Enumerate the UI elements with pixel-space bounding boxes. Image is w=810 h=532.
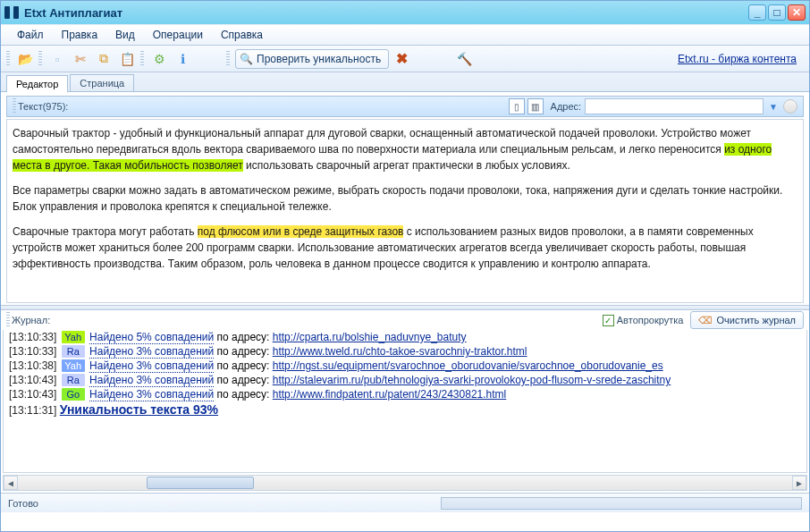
close-button[interactable]: ✕: [788, 4, 806, 21]
address-input[interactable]: [585, 98, 764, 114]
timestamp: [13:10:38]: [9, 359, 56, 372]
tabs: Редактор Страница: [1, 72, 809, 92]
url-link[interactable]: http://www.tweld.ru/chto-takoe-svarochni…: [273, 345, 527, 358]
scroll-left-button[interactable]: ◄: [4, 476, 18, 490]
progress-bar: [441, 497, 802, 510]
info-button[interactable]: ℹ: [173, 49, 192, 69]
match-link[interactable]: Найдено 3% совпадений: [89, 345, 214, 359]
engine-badge: Ra: [62, 374, 85, 386]
text-editor[interactable]: Сварочный трактор - удобный и функционал…: [6, 119, 804, 303]
log-row: [13:10:38] Yah Найдено 3% совпадений по …: [4, 359, 806, 373]
match-link[interactable]: Найдено 5% совпадений: [89, 331, 214, 344]
log-row-final: [13:11:31] Уникальность текста 93%: [4, 401, 806, 418]
etxt-link[interactable]: Etxt.ru - биржа контента: [678, 53, 804, 65]
magnifier-icon: 🔍: [240, 53, 253, 65]
timestamp: [13:10:33]: [9, 345, 56, 358]
grip-icon: [13, 98, 16, 114]
menu-ops[interactable]: Операции: [144, 26, 212, 44]
status-text: Готово: [8, 498, 38, 509]
log-text: по адресу:: [214, 388, 273, 401]
highlight-match: под флюсом или в среде защитных газов: [198, 225, 404, 238]
status-bar: Готово: [1, 493, 809, 512]
timestamp: [13:10:43]: [9, 374, 56, 386]
log-label: Журнал:: [12, 315, 50, 325]
log-row: [13:10:43] Ra Найдено 3% совпадений по а…: [4, 373, 806, 387]
timestamp: [13:10:33]: [9, 331, 56, 343]
layout-button-1[interactable]: ▯: [509, 98, 525, 114]
log-text: по адресу:: [214, 359, 273, 372]
grip-icon: [38, 51, 42, 67]
text-body: использовать сварочный агрегат практичес…: [243, 159, 570, 172]
timestamp: [13:11:31]: [9, 404, 56, 417]
new-doc-button[interactable]: ▫: [47, 49, 67, 69]
match-link[interactable]: Найдено 3% совпадений: [89, 359, 214, 373]
log-text: по адресу:: [214, 345, 273, 358]
grip-icon: [140, 51, 144, 67]
text-body: Все параметры сварки можно задать в авто…: [13, 184, 782, 213]
engine-badge: Ra: [62, 345, 85, 358]
text-header: Текст(975): ▯ ▥ Адрес: ▼: [6, 96, 804, 117]
uniqueness-result[interactable]: Уникальность текста 93%: [60, 402, 218, 417]
menubar: Файл Правка Вид Операции Справка: [1, 24, 809, 46]
check-uniqueness-button[interactable]: 🔍 Проверить уникальность: [235, 49, 389, 69]
match-link[interactable]: Найдено 3% совпадений: [89, 374, 214, 387]
maximize-button[interactable]: □: [768, 4, 786, 21]
engine-badge: Yah: [62, 331, 85, 343]
clear-log-label: Очистить журнал: [716, 315, 796, 325]
titlebar[interactable]: Etxt Антиплагиат _ □ ✕: [1, 1, 809, 24]
text-body: Сварочные трактора могут работать: [13, 225, 198, 238]
scroll-thumb[interactable]: [147, 477, 254, 489]
address-label: Адрес:: [551, 101, 582, 112]
log-text: по адресу:: [214, 374, 273, 386]
engine-badge: Go: [62, 388, 85, 401]
match-link[interactable]: Найдено 3% совпадений: [89, 388, 214, 401]
url-link[interactable]: http://cparta.ru/bolshie_naduvnye_batuty: [273, 331, 467, 343]
app-icon: [4, 6, 19, 19]
autoscroll-label: Автопрокрутка: [617, 315, 684, 325]
menu-view[interactable]: Вид: [106, 26, 144, 44]
menu-file[interactable]: Файл: [8, 26, 53, 44]
check-uniqueness-label: Проверить уникальность: [257, 53, 381, 65]
menu-edit[interactable]: Правка: [53, 26, 107, 44]
text-body: Сварочный трактор - удобный и функционал…: [13, 127, 751, 156]
go-button[interactable]: [783, 99, 797, 114]
url-link[interactable]: http://www.findpatent.ru/patent/243/2430…: [273, 388, 507, 401]
open-folder-button[interactable]: 📂: [15, 49, 35, 69]
clear-log-button[interactable]: ⌫ Очистить журнал: [690, 311, 804, 329]
grip-icon: [226, 51, 230, 67]
grip-icon: [6, 312, 10, 328]
layout-button-2[interactable]: ▥: [527, 98, 544, 114]
tab-page[interactable]: Страница: [70, 74, 134, 91]
log-panel[interactable]: [13:10:33] Yah Найдено 5% совпадений по …: [3, 330, 807, 473]
horizontal-scrollbar[interactable]: ◄ ►: [3, 475, 807, 491]
text-count-label: Текст(975):: [18, 101, 68, 112]
scroll-right-button[interactable]: ►: [792, 476, 806, 490]
hammer-button[interactable]: 🔨: [454, 49, 474, 69]
settings-button[interactable]: ⚙: [149, 49, 169, 69]
log-row: [13:10:43] Go Найдено 3% совпадений по а…: [4, 387, 806, 401]
dropdown-icon[interactable]: ▼: [769, 102, 778, 112]
broom-icon: ⌫: [698, 315, 713, 326]
autoscroll-checkbox[interactable]: ✓: [603, 315, 614, 326]
engine-badge: Yah: [62, 359, 85, 372]
cancel-check-button[interactable]: ✖: [392, 50, 411, 67]
toolbar: 📂 ▫ ✄ ⧉ 📋 ⚙ ℹ 🔍 Проверить уникальность ✖…: [1, 46, 809, 72]
tab-editor[interactable]: Редактор: [6, 75, 68, 92]
timestamp: [13:10:43]: [9, 388, 56, 401]
cut-button[interactable]: ✄: [71, 49, 90, 69]
log-row: [13:10:33] Ra Найдено 3% совпадений по а…: [4, 344, 806, 359]
menu-help[interactable]: Справка: [212, 26, 272, 44]
log-row: [13:10:33] Yah Найдено 5% совпадений по …: [4, 330, 806, 344]
grip-icon: [6, 51, 10, 67]
copy-button[interactable]: ⧉: [94, 49, 114, 69]
minimize-button[interactable]: _: [748, 4, 766, 21]
window-title: Etxt Антиплагиат: [24, 6, 122, 20]
url-link[interactable]: http://ngst.su/equipment/svarochnoe_obor…: [273, 359, 663, 372]
paste-button[interactable]: 📋: [117, 49, 137, 69]
url-link[interactable]: http://stalevarim.ru/pub/tehnologiya-sva…: [273, 374, 671, 386]
log-header: Журнал: ✓ Автопрокрутка ⌫ Очистить журна…: [1, 310, 809, 330]
log-text: по адресу:: [214, 331, 273, 343]
